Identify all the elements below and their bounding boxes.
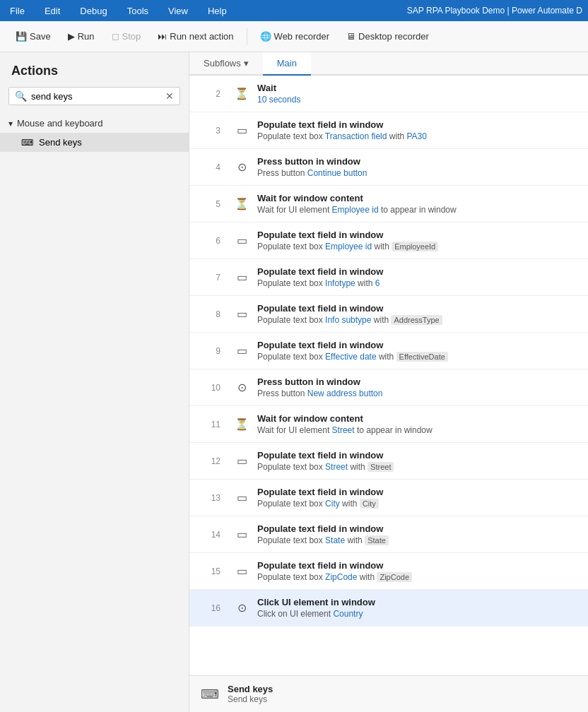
content-area: Subflows ▾ Main 2⏳Wait 10 seconds3▭Popul…	[189, 52, 588, 712]
action-icon-button: ⊙	[232, 160, 252, 174]
sidebar-category-mouse-keyboard[interactable]: ▾ Mouse and keyboard	[0, 114, 189, 133]
action-icon-textfield: ▭	[232, 344, 252, 357]
action-desc-4: Press button Continue button	[257, 168, 588, 178]
action-row-7[interactable]: 7▭Populate text field in windowPopulate …	[189, 259, 588, 296]
sidebar: Actions 🔍 ✕ ▾ Mouse and keyboard ⌨ Send …	[0, 52, 189, 712]
action-content-14: Populate text field in windowPopulate te…	[252, 523, 588, 545]
app-title: SAP RPA Playbook Demo | Power Automate D	[407, 6, 582, 16]
row-number-6: 6	[189, 236, 232, 246]
row-number-5: 5	[189, 199, 232, 209]
action-content-3: Populate text field in windowPopulate te…	[252, 119, 588, 141]
action-icon-textfield: ▭	[232, 124, 252, 137]
action-row-16[interactable]: 16⊙Click UI element in windowClick on UI…	[189, 590, 588, 627]
action-content-12: Populate text field in windowPopulate te…	[252, 450, 588, 472]
action-desc-11: Wait for UI element Street to appear in …	[257, 425, 588, 435]
action-icon-wait: ⏳	[232, 87, 252, 100]
subflows-chevron-icon: ▾	[244, 58, 249, 69]
row-number-12: 12	[189, 456, 232, 466]
action-row-15[interactable]: 15▭Populate text field in windowPopulate…	[189, 553, 588, 590]
actions-list: 2⏳Wait 10 seconds3▭Populate text field i…	[189, 76, 588, 675]
row-number-3: 3	[189, 126, 232, 136]
web-recorder-button[interactable]: 🌐 Web recorder	[253, 28, 337, 45]
action-row-3[interactable]: 3▭Populate text field in windowPopulate …	[189, 112, 588, 149]
action-title-16: Click UI element in window	[257, 597, 588, 607]
action-title-6: Populate text field in window	[257, 230, 588, 240]
action-desc-8: Populate text box Info subtype with Addr…	[257, 315, 588, 325]
action-desc-14: Populate text box State with State	[257, 535, 588, 545]
sidebar-item-send-keys[interactable]: ⌨ Send keys	[0, 133, 189, 152]
action-title-10: Press button in window	[257, 376, 588, 387]
action-content-4: Press button in windowPress button Conti…	[252, 156, 588, 178]
desktop-recorder-icon: 🖥	[346, 31, 355, 42]
action-row-4[interactable]: 4⊙Press button in windowPress button Con…	[189, 149, 588, 186]
action-row-13[interactable]: 13▭Populate text field in windowPopulate…	[189, 480, 588, 516]
save-icon: 💾	[16, 31, 27, 42]
search-icon: 🔍	[15, 90, 27, 102]
search-box[interactable]: 🔍 ✕	[8, 87, 180, 105]
menu-debug[interactable]: Debug	[76, 3, 111, 19]
action-row-6[interactable]: 6▭Populate text field in windowPopulate …	[189, 222, 588, 259]
action-desc-6: Populate text box Employee id with Emplo…	[257, 242, 588, 251]
row-number-14: 14	[189, 530, 232, 540]
run-button[interactable]: ▶ Run	[61, 28, 102, 45]
action-row-11[interactable]: 11⏳Wait for window contentWait for UI el…	[189, 406, 588, 443]
menu-bar: File Edit Debug Tools View Help SAP RPA …	[0, 0, 588, 21]
menu-tools[interactable]: Tools	[123, 3, 153, 19]
tab-subflows[interactable]: Subflows ▾	[189, 52, 263, 76]
desktop-recorder-label: Desktop recorder	[358, 31, 429, 42]
action-desc-12: Populate text box Street with Street	[257, 462, 588, 472]
bottom-bar-send-keys-icon: ⌨	[201, 687, 219, 702]
search-input[interactable]	[31, 91, 165, 102]
action-title-15: Populate text field in window	[257, 560, 588, 571]
save-button[interactable]: 💾 Save	[8, 28, 58, 45]
action-icon-waitcontent: ⏳	[232, 197, 252, 210]
action-desc-9: Populate text box Effective date with Ef…	[257, 352, 588, 362]
desktop-recorder-button[interactable]: 🖥 Desktop recorder	[339, 28, 436, 45]
row-number-4: 4	[189, 162, 232, 172]
action-title-8: Populate text field in window	[257, 303, 588, 314]
sidebar-category-label: Mouse and keyboard	[17, 118, 102, 129]
sidebar-title: Actions	[0, 52, 189, 87]
action-icon-waitcontent: ⏳	[232, 417, 252, 431]
row-number-13: 13	[189, 493, 232, 503]
run-next-button[interactable]: ⏭ Run next action	[151, 28, 240, 45]
action-content-8: Populate text field in windowPopulate te…	[252, 303, 588, 325]
action-row-12[interactable]: 12▭Populate text field in windowPopulate…	[189, 443, 588, 480]
menu-edit[interactable]: Edit	[40, 3, 64, 19]
action-row-8[interactable]: 8▭Populate text field in windowPopulate …	[189, 296, 588, 333]
row-number-16: 16	[189, 603, 232, 613]
clear-icon[interactable]: ✕	[165, 90, 174, 102]
action-row-2[interactable]: 2⏳Wait 10 seconds	[189, 76, 588, 112]
save-label: Save	[30, 31, 51, 42]
action-icon-textfield: ▭	[232, 307, 252, 321]
action-row-9[interactable]: 9▭Populate text field in windowPopulate …	[189, 333, 588, 369]
menu-help[interactable]: Help	[204, 3, 231, 19]
action-desc-13: Populate text box City with City	[257, 499, 588, 509]
action-row-14[interactable]: 14▭Populate text field in windowPopulate…	[189, 516, 588, 553]
action-title-3: Populate text field in window	[257, 119, 588, 130]
web-recorder-icon: 🌐	[260, 31, 271, 42]
stop-button[interactable]: ◻ Stop	[105, 28, 148, 45]
sidebar-item-label: Send keys	[39, 137, 82, 148]
stop-icon: ◻	[112, 31, 119, 42]
action-icon-textfield: ▭	[232, 271, 252, 284]
action-desc-7: Populate text box Infotype with 6	[257, 278, 588, 288]
action-title-5: Wait for window content	[257, 193, 588, 203]
action-desc-2: 10 seconds	[257, 95, 588, 105]
menu-view[interactable]: View	[164, 3, 192, 19]
bottom-bar-title: Send keys	[228, 684, 273, 694]
action-icon-textfield: ▭	[232, 528, 252, 541]
run-next-icon: ⏭	[158, 31, 167, 42]
action-content-13: Populate text field in windowPopulate te…	[252, 487, 588, 509]
bottom-bar: ⌨ Send keys Send keys	[189, 675, 588, 712]
action-content-16: Click UI element in windowClick on UI el…	[252, 597, 588, 619]
action-row-10[interactable]: 10⊙Press button in windowPress button Ne…	[189, 369, 588, 406]
action-title-11: Wait for window content	[257, 413, 588, 424]
tab-main[interactable]: Main	[263, 52, 311, 76]
menu-file[interactable]: File	[6, 3, 29, 19]
run-next-label: Run next action	[170, 31, 233, 42]
action-desc-16: Click on UI element Country	[257, 609, 588, 619]
action-desc-5: Wait for UI element Employee id to appea…	[257, 205, 588, 215]
action-content-2: Wait 10 seconds	[252, 83, 588, 105]
action-row-5[interactable]: 5⏳Wait for window contentWait for UI ele…	[189, 186, 588, 222]
